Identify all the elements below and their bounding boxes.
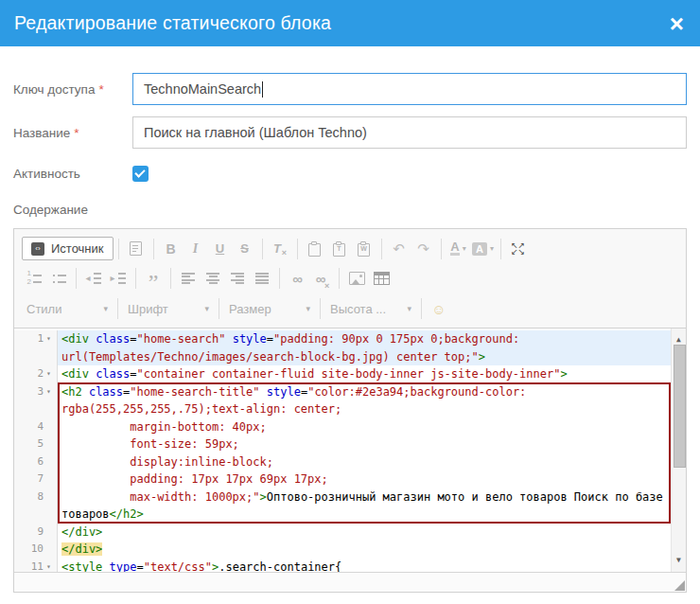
- code-line-content: </div>: [58, 524, 671, 542]
- italic-button[interactable]: I: [184, 238, 207, 260]
- line-gutter: 4: [14, 418, 58, 436]
- toolbar-separator: [170, 268, 171, 289]
- code-line: 3▾<h2 class="home-search-title" style="c…: [14, 383, 671, 418]
- toolbar-separator: [76, 268, 77, 289]
- activity-checkbox[interactable]: [132, 166, 149, 182]
- toolbar-row-1: ‹› Источник BIUST↶↷A▾A▾: [14, 229, 686, 264]
- chevron-down-icon: ▾: [490, 244, 494, 253]
- fold-placeholder: [46, 418, 57, 436]
- templates-button[interactable]: [125, 238, 148, 260]
- chevron-down-icon: ▾: [103, 304, 108, 313]
- access-key-row: Ключ доступа* TechnoMainSearch: [13, 73, 687, 105]
- fold-arrow-icon[interactable]: ▾: [46, 365, 57, 383]
- remove-format-button[interactable]: T: [269, 238, 291, 260]
- modal-title: Редактирование статического блока: [14, 12, 331, 34]
- toolbar-separator: [153, 239, 154, 259]
- toolbar-row-3: Стили▾Шрифт▾Размер▾Высота ...▾☺: [14, 293, 686, 328]
- align-right-button[interactable]: [226, 267, 249, 290]
- outdent-icon: [87, 273, 101, 284]
- toolbar-separator: [135, 268, 136, 289]
- line-number: 1: [37, 330, 46, 365]
- size-dropdown-label: Размер: [229, 302, 271, 316]
- resize-grip-icon[interactable]: [674, 580, 685, 591]
- outdent-button[interactable]: [82, 267, 105, 290]
- source-button[interactable]: ‹› Источник: [22, 237, 114, 260]
- align-center-button[interactable]: [201, 267, 224, 290]
- fold-arrow-icon[interactable]: ▾: [46, 330, 57, 365]
- blockquote-button[interactable]: ”: [142, 267, 165, 290]
- chevron-down-icon: ▾: [306, 304, 310, 313]
- smiley-button[interactable]: ☺: [428, 297, 450, 320]
- bold-button[interactable]: B: [160, 238, 183, 260]
- code-line: 1▾<div class="home-search" style="paddin…: [14, 330, 671, 365]
- code-line: 7 padding: 17px 17px 69px 17px;: [14, 471, 671, 489]
- undo-icon: ↶: [393, 240, 405, 258]
- paste-text-icon: [333, 243, 345, 257]
- paste-word-button[interactable]: [353, 238, 376, 260]
- content-label: Содержание: [13, 203, 687, 217]
- table-button[interactable]: [370, 267, 393, 290]
- toolbar-separator: [500, 239, 501, 259]
- strike-button[interactable]: S: [234, 238, 256, 260]
- numbered-list-button[interactable]: [23, 267, 45, 290]
- remove-format-icon: T: [273, 241, 281, 256]
- source-button-label: Источник: [51, 241, 104, 256]
- access-key-input[interactable]: TechnoMainSearch: [132, 73, 687, 105]
- paste-button[interactable]: [304, 238, 326, 260]
- toolbar-separator: [381, 239, 382, 259]
- code-line: 2▾<div class="container container-fluid …: [14, 365, 671, 383]
- source-code-area[interactable]: 1▾<div class="home-search" style="paddin…: [14, 329, 686, 572]
- font-dropdown[interactable]: Шрифт▾: [123, 298, 214, 319]
- styles-dropdown[interactable]: Стили▾: [22, 298, 113, 319]
- code-line-content: margin-bottom: 40px;: [58, 418, 671, 436]
- name-input[interactable]: Поиск на главной (Шаблон Techno): [132, 116, 687, 149]
- fold-arrow-icon[interactable]: ▾: [46, 383, 57, 418]
- bulleted-list-button[interactable]: [47, 267, 70, 290]
- code-line: 4 margin-bottom: 40px;: [14, 418, 671, 436]
- modal-body: Ключ доступа* TechnoMainSearch Название*…: [0, 73, 700, 593]
- text-color-button[interactable]: A▾: [447, 238, 470, 260]
- redo-icon: ↷: [417, 240, 429, 258]
- size-dropdown[interactable]: Размер▾: [224, 298, 315, 319]
- bulleted-list-icon: [52, 273, 66, 284]
- link-button[interactable]: ∞: [286, 267, 308, 290]
- scroll-down-icon[interactable]: ▼: [676, 552, 681, 570]
- line-number: 9: [37, 524, 46, 542]
- styles-dropdown-label: Стили: [26, 302, 61, 316]
- paste-text-button[interactable]: [328, 238, 351, 260]
- redo-button[interactable]: ↷: [412, 238, 435, 260]
- bold-icon: B: [166, 241, 175, 257]
- scrollbar-thumb[interactable]: [674, 345, 686, 468]
- maximize-button[interactable]: [507, 238, 530, 260]
- annotation-box: 3▾<h2 class="home-search-title" style="c…: [14, 383, 671, 524]
- font-dropdown-label: Шрифт: [128, 302, 168, 316]
- vertical-scrollbar[interactable]: ▲ ▼: [671, 329, 686, 572]
- access-key-value: TechnoMainSearch: [144, 81, 261, 97]
- line-height-dropdown[interactable]: Высота ...▾: [325, 298, 416, 319]
- line-number: 2: [37, 365, 46, 383]
- line-number: 11: [31, 559, 46, 573]
- align-justify-button[interactable]: [251, 267, 273, 290]
- strike-icon: S: [240, 241, 249, 256]
- unlink-icon: ∞: [316, 271, 325, 287]
- name-row: Название* Поиск на главной (Шаблон Techn…: [13, 116, 687, 149]
- align-center-icon: [206, 273, 219, 284]
- unlink-button[interactable]: ∞: [310, 267, 333, 290]
- align-left-button[interactable]: [177, 267, 200, 290]
- undo-button[interactable]: ↶: [388, 238, 411, 260]
- indent-button[interactable]: [107, 267, 130, 290]
- line-gutter: 11▾: [14, 559, 58, 573]
- templates-icon: [130, 241, 142, 256]
- fold-arrow-icon[interactable]: ▾: [46, 559, 57, 573]
- bg-color-button[interactable]: A▾: [472, 238, 495, 260]
- editor-toolbar: ‹› Источник BIUST↶↷A▾A▾ ”∞∞ Стили▾Шрифт▾…: [14, 229, 686, 329]
- line-gutter: 7: [14, 471, 58, 489]
- close-icon[interactable]: ×: [670, 11, 684, 36]
- code-line: 8 max-width: 1000px;">Оптово-розничный м…: [14, 489, 671, 524]
- image-button[interactable]: [345, 267, 368, 290]
- link-icon: ∞: [292, 271, 302, 287]
- toolbar-separator: [117, 298, 118, 319]
- underline-button[interactable]: U: [209, 238, 232, 260]
- smiley-icon: ☺: [431, 301, 446, 317]
- fold-placeholder: [46, 453, 57, 471]
